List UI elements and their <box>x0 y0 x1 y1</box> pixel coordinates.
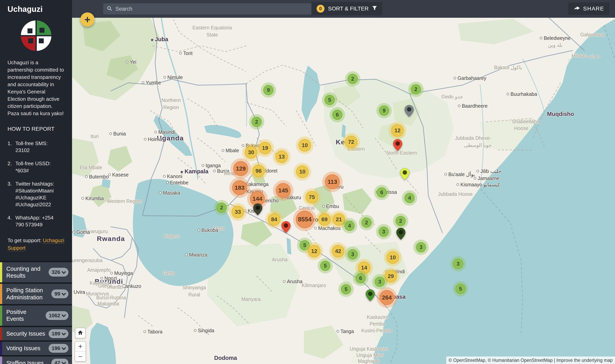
category-count-badge[interactable]: 99 <box>51 289 68 298</box>
red-pin[interactable] <box>281 221 291 234</box>
category-count-badge[interactable]: 189 <box>49 329 68 338</box>
cluster-marker[interactable]: 72 <box>345 136 357 148</box>
cluster-marker[interactable]: 5 <box>455 284 465 294</box>
cluster-marker[interactable]: 5 <box>320 261 330 271</box>
zoom-in-button[interactable]: + <box>75 341 86 351</box>
category-count-badge[interactable]: 47 <box>51 359 68 364</box>
cluster-marker[interactable]: 129 <box>233 161 248 176</box>
cluster-marker[interactable]: 8554 <box>296 211 314 228</box>
category-label: Polling Station Administration <box>6 284 51 304</box>
map-label-magharibi: Magharibi <box>358 358 380 364</box>
search-input[interactable] <box>115 6 314 12</box>
cluster-marker[interactable]: 3 <box>416 242 426 252</box>
map-label-kusini-pemba: Kusini-Pemba <box>361 328 392 333</box>
cluster-marker[interactable]: 5 <box>341 284 351 294</box>
map-label-baardheere: Baardheere <box>458 103 488 109</box>
map-label-iganga: Iganga <box>202 163 221 169</box>
cluster-marker[interactable]: 4 <box>404 193 415 203</box>
cluster-marker[interactable]: 2 <box>411 84 421 94</box>
category-item-staffing-issues[interactable]: Staffing Issues47 <box>0 356 72 364</box>
town-dot-icon <box>453 77 456 79</box>
cluster-marker[interactable]: 10 <box>296 165 309 178</box>
town-dot-icon <box>540 37 542 39</box>
cluster-marker[interactable]: 30 <box>245 146 257 159</box>
cluster-marker[interactable]: 75 <box>305 191 318 204</box>
cluster-marker[interactable]: 9 <box>263 85 273 95</box>
town-dot-icon <box>109 132 112 135</box>
category-item-positive-events[interactable]: Positive Events1062 <box>0 305 72 327</box>
cluster-marker[interactable]: 6 <box>377 187 387 198</box>
gray-pin[interactable] <box>404 105 414 118</box>
cluster-marker[interactable]: 69 <box>318 213 331 226</box>
category-item-polling-station-administration[interactable]: Polling Station Administration99 <box>0 284 72 305</box>
share-label: SHARE <box>583 6 604 12</box>
support-prefix: To get support: <box>8 237 43 243</box>
red-pin[interactable] <box>393 139 402 152</box>
cluster-marker[interactable]: 3 <box>375 277 385 287</box>
map-label-unguja-mjini: Unguja Mjini <box>356 352 383 358</box>
map-label-rural: Rural <box>188 292 200 298</box>
cluster-marker[interactable]: 3 <box>453 259 463 269</box>
dark-olive-pin[interactable] <box>253 203 262 216</box>
map-label-bukoba: Bukoba <box>198 227 218 233</box>
add-report-fab[interactable]: + <box>80 13 95 27</box>
cluster-marker[interactable]: 42 <box>332 245 344 258</box>
cluster-marker[interactable]: 2 <box>251 117 262 127</box>
sort-filter-button[interactable]: 0 SORT & FILTER <box>312 2 382 15</box>
cluster-marker[interactable]: 2 <box>396 216 406 226</box>
map-label-: جوبا الوسطى <box>464 142 492 148</box>
cluster-marker[interactable]: 21 <box>333 213 345 226</box>
report-method-number: 3. <box>8 181 15 208</box>
category-count-badge[interactable]: 1062 <box>46 311 68 320</box>
cluster-marker[interactable]: 12 <box>308 245 321 258</box>
cluster-marker[interactable]: 14 <box>358 261 370 274</box>
cluster-marker[interactable]: 4 <box>344 221 355 231</box>
category-count-badge[interactable]: 196 <box>49 344 68 353</box>
cluster-marker[interactable]: 3 <box>379 227 389 237</box>
cluster-marker[interactable]: 10 <box>386 251 399 264</box>
search-box[interactable] <box>103 3 317 14</box>
map-label-torit: Torit <box>179 51 192 56</box>
cluster-marker[interactable]: 183 <box>232 180 247 195</box>
report-methods-list: 1.Toll-free SMS:231022.Toll-free USSD:*6… <box>8 140 66 228</box>
cluster-marker[interactable]: 2 <box>348 74 358 84</box>
map-canvas[interactable]: Eastern EquatoriaState★JubaGalguduudBele… <box>0 0 615 364</box>
map-label-arusha: Arusha <box>272 257 287 262</box>
map-label-mbale: Mbale <box>222 148 239 153</box>
cluster-marker[interactable]: 113 <box>325 174 340 189</box>
map-label-kampala: ★Kampala <box>180 168 208 175</box>
map-label-yei: Yei <box>126 59 137 65</box>
cluster-marker[interactable]: 6 <box>355 273 366 283</box>
green-pin[interactable] <box>366 289 375 302</box>
map-home-button[interactable] <box>75 328 86 338</box>
cluster-marker[interactable]: 84 <box>268 213 280 226</box>
cluster-marker[interactable]: 2 <box>361 218 372 228</box>
cluster-marker[interactable]: 2 <box>217 203 227 213</box>
map-label-bururi: Bururi <box>96 295 109 300</box>
cluster-marker[interactable]: 19 <box>259 142 271 154</box>
category-count-badge[interactable]: 326 <box>49 268 68 277</box>
cluster-marker[interactable]: 12 <box>391 124 404 137</box>
chartreuse-pin[interactable] <box>400 168 410 181</box>
cluster-marker[interactable]: 33 <box>232 206 244 218</box>
cluster-marker[interactable]: 10 <box>299 139 311 152</box>
share-button[interactable]: SHARE <box>568 2 609 15</box>
cluster-marker[interactable]: 5 <box>325 95 335 105</box>
cluster-marker[interactable]: 6 <box>332 110 342 120</box>
map-label-pemba: Pemba <box>369 321 385 327</box>
cluster-marker[interactable]: 9 <box>379 105 389 116</box>
cluster-marker[interactable]: 13 <box>275 150 288 163</box>
category-item-security-issues[interactable]: Security Issues189 <box>0 327 72 342</box>
cluster-marker[interactable]: 29 <box>384 270 397 283</box>
zoom-out-button[interactable]: − <box>75 351 86 361</box>
dark-green-pin[interactable] <box>396 228 406 241</box>
cluster-marker[interactable]: 96 <box>252 165 265 177</box>
cluster-marker[interactable]: 3 <box>348 249 358 260</box>
cluster-marker[interactable]: 264 <box>379 290 394 305</box>
cluster-marker[interactable]: 145 <box>276 183 291 198</box>
town-dot-icon <box>154 131 157 133</box>
category-item-counting-and-results[interactable]: Counting and Results326 <box>0 262 72 284</box>
map-label-kagera: Kagera <box>164 233 180 239</box>
category-item-voting-issues[interactable]: Voting Issues196 <box>0 342 72 356</box>
town-dot-icon <box>222 149 224 152</box>
